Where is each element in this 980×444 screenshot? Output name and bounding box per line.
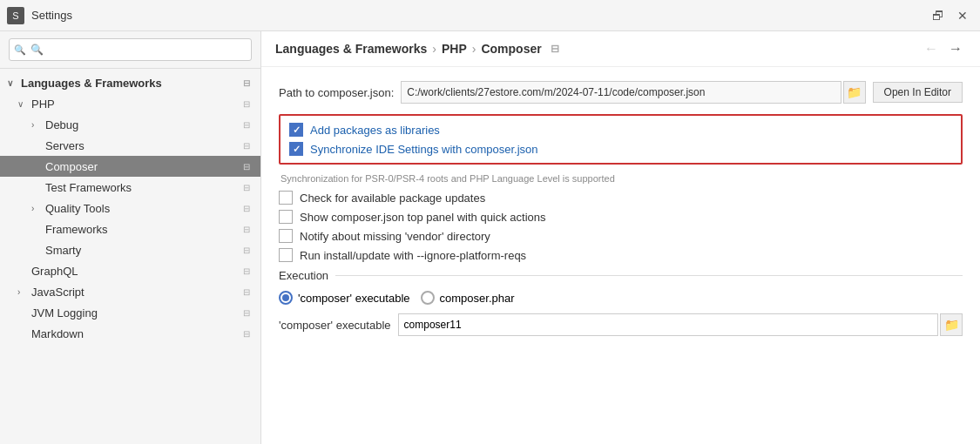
sidebar-item-label-debug: Debug	[45, 118, 78, 131]
sidebar-item-languages-frameworks[interactable]: ∨Languages & Frameworks⊟	[0, 72, 260, 93]
highlighted-checkboxes-section: Add packages as librariesSynchronize IDE…	[279, 114, 963, 165]
sidebar-item-label-languages-frameworks: Languages & Frameworks	[21, 77, 162, 90]
checkbox-label-add-packages: Add packages as libraries	[310, 124, 440, 137]
sidebar-item-test-frameworks[interactable]: Test Frameworks⊟	[0, 177, 260, 198]
sidebar-page-icon-languages-frameworks: ⊟	[240, 76, 253, 90]
checkbox-label-sync-ide: Synchronize IDE Settings with composer.j…	[310, 143, 538, 156]
folder-button[interactable]: 📁	[843, 81, 866, 104]
path-row: Path to composer.json: 📁 Open In Editor	[279, 81, 963, 104]
checkbox-row-notify-vendor[interactable]: Notify about missing 'vendor' directory	[279, 229, 963, 243]
sidebar-item-label-servers: Servers	[45, 139, 84, 152]
sidebar-item-smarty[interactable]: Smarty⊟	[0, 239, 260, 260]
sidebar-item-label-markdown: Markdown	[31, 327, 84, 340]
sidebar-page-icon-frameworks: ⊟	[240, 222, 253, 236]
hint-text: Synchronization for PSR-0/PSR-4 roots an…	[280, 173, 963, 184]
normal-checkboxes-section: Check for available package updatesShow …	[279, 191, 963, 262]
open-editor-button[interactable]: Open In Editor	[873, 82, 963, 103]
exec-input[interactable]	[398, 313, 938, 336]
nav-buttons: ← →	[921, 38, 966, 59]
radio-row: 'composer' executablecomposer.phar	[279, 291, 963, 305]
title-bar-left: S Settings	[7, 7, 72, 24]
radio-option-composer-phar[interactable]: composer.phar	[421, 291, 515, 305]
execution-section: Execution 'composer' executablecomposer.…	[279, 269, 963, 336]
breadcrumb-part2: PHP	[442, 42, 467, 56]
execution-label: Execution	[279, 269, 963, 282]
radio-option-composer-executable[interactable]: 'composer' executable	[279, 291, 410, 305]
checkbox-box-notify-vendor[interactable]	[279, 229, 293, 243]
sidebar-item-markdown[interactable]: Markdown⊟	[0, 323, 260, 344]
sidebar-page-icon-jvm-logging: ⊟	[240, 306, 253, 320]
sidebar-item-label-jvm-logging: JVM Logging	[31, 306, 98, 320]
sidebar-page-icon-composer: ⊟	[240, 159, 253, 173]
path-label: Path to composer.json:	[279, 86, 394, 99]
radio-label-composer-phar: composer.phar	[440, 292, 515, 305]
sidebar-item-label-smarty: Smarty	[45, 244, 81, 257]
title-bar: S Settings 🗗 ✕	[0, 0, 980, 31]
sidebar-item-label-quality-tools: Quality Tools	[45, 202, 110, 215]
sidebar: ∨Languages & Frameworks⊟∨PHP⊟›Debug⊟Serv…	[0, 31, 261, 444]
path-input[interactable]	[401, 81, 841, 104]
content-header: Languages & Frameworks › PHP › Composer …	[261, 31, 980, 67]
sidebar-item-quality-tools[interactable]: ›Quality Tools⊟	[0, 198, 260, 219]
checkbox-label-run-install: Run install/update with --ignore-platfor…	[300, 249, 526, 262]
sidebar-item-php[interactable]: ∨PHP⊟	[0, 93, 260, 114]
sidebar-item-javascript[interactable]: ›JavaScript⊟	[0, 281, 260, 302]
breadcrumb-icon: ⊟	[551, 43, 559, 55]
radio-circle-composer-phar[interactable]	[421, 291, 435, 305]
exec-folder-button[interactable]: 📁	[940, 313, 963, 336]
sidebar-item-label-graphql: GraphQL	[31, 265, 78, 278]
sidebar-item-graphql[interactable]: GraphQL⊟	[0, 260, 260, 281]
sidebar-item-debug[interactable]: ›Debug⊟	[0, 114, 260, 135]
checkbox-label-notify-vendor: Notify about missing 'vendor' directory	[300, 230, 490, 243]
sidebar-page-icon-debug: ⊟	[240, 118, 253, 131]
sidebar-tree: ∨Languages & Frameworks⊟∨PHP⊟›Debug⊟Serv…	[0, 69, 260, 444]
sidebar-item-servers[interactable]: Servers⊟	[0, 135, 260, 156]
sidebar-item-label-frameworks: Frameworks	[45, 223, 108, 236]
sidebar-item-composer[interactable]: Composer⊟	[0, 156, 260, 177]
checkbox-row-run-install[interactable]: Run install/update with --ignore-platfor…	[279, 248, 963, 262]
content-area: Languages & Frameworks › PHP › Composer …	[261, 31, 980, 444]
checkbox-row-check-updates[interactable]: Check for available package updates	[279, 191, 963, 205]
sidebar-page-icon-servers: ⊟	[240, 138, 253, 152]
sidebar-item-label-test-frameworks: Test Frameworks	[45, 181, 132, 194]
sidebar-item-frameworks[interactable]: Frameworks⊟	[0, 219, 260, 239]
checkbox-box-show-top-panel[interactable]	[279, 210, 293, 224]
close-button[interactable]: ✕	[952, 5, 973, 26]
checkbox-box-sync-ide[interactable]	[289, 142, 303, 156]
checkbox-label-show-top-panel: Show composer.json top panel with quick …	[300, 211, 546, 224]
checkbox-box-add-packages[interactable]	[289, 123, 303, 137]
radio-circle-composer-executable[interactable]	[279, 291, 293, 305]
checkbox-box-check-updates[interactable]	[279, 191, 293, 205]
minimize-button[interactable]: 🗗	[928, 5, 949, 26]
checkbox-row-show-top-panel[interactable]: Show composer.json top panel with quick …	[279, 210, 963, 224]
radio-label-composer-executable: 'composer' executable	[298, 292, 410, 305]
search-wrap	[9, 38, 252, 61]
breadcrumb: Languages & Frameworks › PHP › Composer …	[275, 42, 559, 56]
nav-forward-button[interactable]: →	[945, 38, 966, 59]
breadcrumb-part1: Languages & Frameworks	[275, 42, 427, 56]
search-input[interactable]	[9, 38, 252, 61]
app-icon: S	[7, 7, 24, 24]
sidebar-page-icon-javascript: ⊟	[240, 285, 253, 299]
sidebar-page-icon-markdown: ⊟	[240, 326, 253, 340]
breadcrumb-sep1: ›	[432, 42, 436, 56]
search-box	[0, 31, 260, 69]
nav-back-button[interactable]: ←	[921, 38, 942, 59]
content-body: Path to composer.json: 📁 Open In Editor …	[261, 67, 980, 444]
checkbox-row-add-packages[interactable]: Add packages as libraries	[289, 123, 952, 137]
sidebar-item-label-php: PHP	[31, 98, 55, 111]
sidebar-item-label-composer: Composer	[45, 160, 98, 173]
title-bar-controls: 🗗 ✕	[928, 5, 973, 26]
executable-row: 'composer' executable 📁	[279, 313, 963, 336]
checkbox-row-sync-ide[interactable]: Synchronize IDE Settings with composer.j…	[289, 142, 952, 156]
main-layout: ∨Languages & Frameworks⊟∨PHP⊟›Debug⊟Serv…	[0, 31, 980, 444]
sidebar-page-icon-quality-tools: ⊟	[240, 201, 253, 215]
sidebar-page-icon-smarty: ⊟	[240, 243, 253, 257]
breadcrumb-part3: Composer	[481, 42, 541, 56]
sidebar-page-icon-graphql: ⊟	[240, 264, 253, 278]
checkbox-label-check-updates: Check for available package updates	[300, 192, 485, 205]
sidebar-page-icon-test-frameworks: ⊟	[240, 180, 253, 194]
sidebar-page-icon-php: ⊟	[240, 97, 253, 111]
sidebar-item-jvm-logging[interactable]: JVM Logging⊟	[0, 302, 260, 323]
checkbox-box-run-install[interactable]	[279, 248, 293, 262]
